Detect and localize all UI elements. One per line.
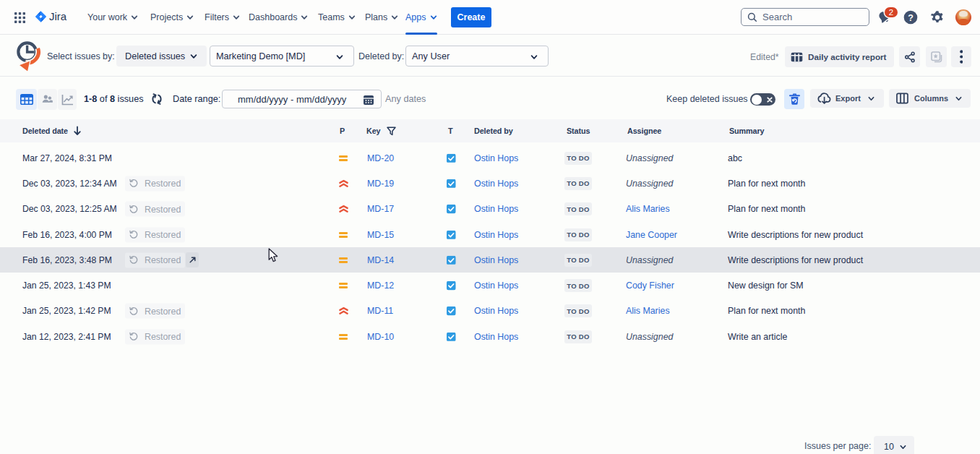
- svg-text:?: ?: [908, 13, 914, 23]
